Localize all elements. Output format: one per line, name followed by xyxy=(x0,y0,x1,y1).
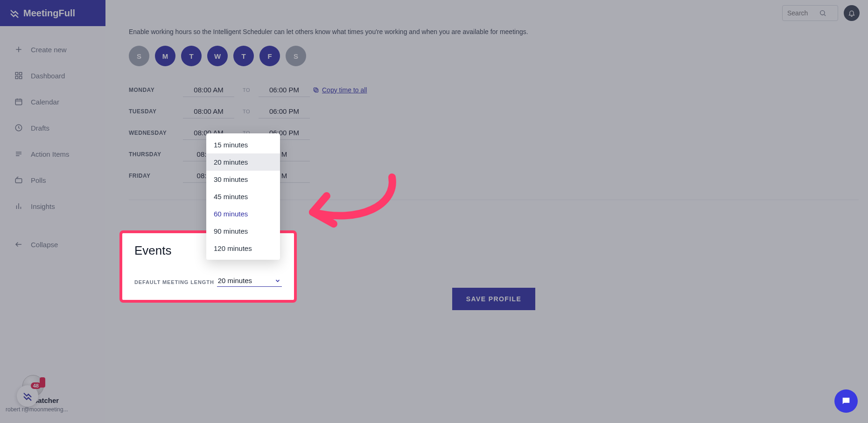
topbar xyxy=(105,0,868,26)
sidebar-item-dashboard[interactable]: Dashboard xyxy=(7,63,98,88)
copy-icon xyxy=(313,87,319,93)
chevron-down-icon xyxy=(274,277,281,284)
sidebar-item-drafts[interactable]: Drafts xyxy=(7,116,98,140)
svg-point-7 xyxy=(820,11,825,15)
meeting-length-option[interactable]: 45 minutes xyxy=(206,188,280,205)
to-label: TO xyxy=(237,109,256,114)
meeting-length-option[interactable]: 20 minutes xyxy=(206,153,280,171)
search-input[interactable] xyxy=(786,9,819,17)
svg-rect-4 xyxy=(15,99,22,105)
day-label: FRIDAY xyxy=(129,173,180,179)
copy-time-label: Copy time to all xyxy=(322,86,367,94)
intercom-badge: 48 xyxy=(31,382,41,389)
day-selector: SMTWTFS xyxy=(129,46,859,66)
sidebar-item-label: Polls xyxy=(31,176,46,184)
working-hours-description: Enable working hours so the Intelligent … xyxy=(129,28,859,35)
svg-rect-1 xyxy=(20,72,22,75)
day-chip-1[interactable]: M xyxy=(155,46,175,66)
user-block[interactable]: 48 t Satcher robert r@moonmeeting... xyxy=(0,391,105,418)
sidebar-item-calendar[interactable]: Calendar xyxy=(7,90,98,114)
meeting-length-option[interactable]: 30 minutes xyxy=(206,171,280,188)
sidebar-item-label: Calendar xyxy=(31,98,59,106)
day-chip-5[interactable]: F xyxy=(259,46,280,66)
svg-rect-8 xyxy=(315,89,318,92)
default-meeting-length-value: 20 minutes xyxy=(218,277,252,284)
to-label: TO xyxy=(237,87,256,93)
meeting-length-option[interactable]: 15 minutes xyxy=(206,136,280,153)
list-icon xyxy=(13,148,24,159)
user-email: robert r@moonmeeting... xyxy=(6,406,100,413)
day-chip-3[interactable]: W xyxy=(207,46,228,66)
meeting-length-option[interactable]: 60 minutes xyxy=(206,205,280,222)
sidebar-item-label: Action Items xyxy=(31,150,70,158)
end-time-input[interactable] xyxy=(259,83,310,97)
brand-logo-icon xyxy=(9,8,20,18)
day-chip-2[interactable]: T xyxy=(181,46,202,66)
create-new-label: Create new xyxy=(31,46,67,54)
day-label: WEDNESDAY xyxy=(129,130,180,136)
calendar-icon xyxy=(13,96,24,107)
arrow-left-icon xyxy=(13,239,24,250)
meeting-length-option[interactable]: 90 minutes xyxy=(206,222,280,240)
sidebar-item-action-items[interactable]: Action Items xyxy=(7,142,98,166)
day-label: THURSDAY xyxy=(129,151,180,158)
user-name: t Satcher xyxy=(29,396,100,404)
chat-widget-button[interactable] xyxy=(834,389,858,413)
notifications-button[interactable] xyxy=(844,5,860,21)
search-icon xyxy=(819,9,826,17)
svg-rect-6 xyxy=(15,179,22,183)
meeting-length-dropdown: 15 minutes20 minutes30 minutes45 minutes… xyxy=(206,133,280,260)
working-hours-row: TUESDAYTO xyxy=(129,101,381,122)
create-new-button[interactable]: Create new xyxy=(7,37,98,62)
bell-icon xyxy=(848,9,855,17)
sidebar-collapse-button[interactable]: Collapse xyxy=(7,232,98,257)
meeting-length-option[interactable]: 120 minutes xyxy=(206,240,280,257)
sidebar: MeetingFull Create new Dashboard Calenda… xyxy=(0,0,105,423)
sidebar-item-insights[interactable]: Insights xyxy=(7,194,98,218)
brand-mini-icon xyxy=(22,391,33,401)
avatar: 48 xyxy=(22,375,44,396)
svg-rect-9 xyxy=(314,88,317,91)
copy-time-to-all-link[interactable]: Copy time to all xyxy=(313,86,383,94)
working-hours-row: MONDAYTOCopy time to all xyxy=(129,79,381,101)
sidebar-item-polls[interactable]: Polls xyxy=(7,168,98,192)
day-chip-0[interactable]: S xyxy=(129,46,149,66)
start-time-input[interactable] xyxy=(183,104,234,118)
day-chip-6[interactable]: S xyxy=(286,46,306,66)
sidebar-nav: Create new Dashboard Calendar Drafts Act… xyxy=(0,26,105,391)
clock-icon xyxy=(13,122,24,133)
svg-rect-0 xyxy=(15,72,18,75)
start-time-input[interactable] xyxy=(183,83,234,97)
brand-name: MeetingFull xyxy=(23,8,75,19)
default-meeting-length-select[interactable]: 20 minutes xyxy=(217,275,282,287)
sidebar-item-label: Insights xyxy=(31,202,55,210)
sidebar-item-label: Dashboard xyxy=(31,72,65,80)
day-chip-4[interactable]: T xyxy=(233,46,254,66)
day-label: TUESDAY xyxy=(129,108,180,115)
brand-logo[interactable]: MeetingFull xyxy=(0,0,105,26)
day-label: MONDAY xyxy=(129,87,180,93)
search-box[interactable] xyxy=(782,5,838,21)
save-profile-button[interactable]: SAVE PROFILE xyxy=(452,288,535,310)
sidebar-collapse-label: Collapse xyxy=(31,241,58,249)
plus-icon xyxy=(13,44,24,55)
svg-rect-2 xyxy=(15,76,18,79)
chat-icon xyxy=(841,396,851,406)
end-time-input[interactable] xyxy=(259,104,310,118)
insights-icon xyxy=(13,201,24,212)
polls-icon xyxy=(13,174,24,186)
dashboard-icon xyxy=(13,70,24,81)
svg-rect-3 xyxy=(20,76,22,79)
sidebar-item-label: Drafts xyxy=(31,124,49,132)
intercom-bubble[interactable]: 48 xyxy=(17,385,38,407)
default-meeting-length-label: DEFAULT MEETING LENGTH xyxy=(134,279,214,285)
